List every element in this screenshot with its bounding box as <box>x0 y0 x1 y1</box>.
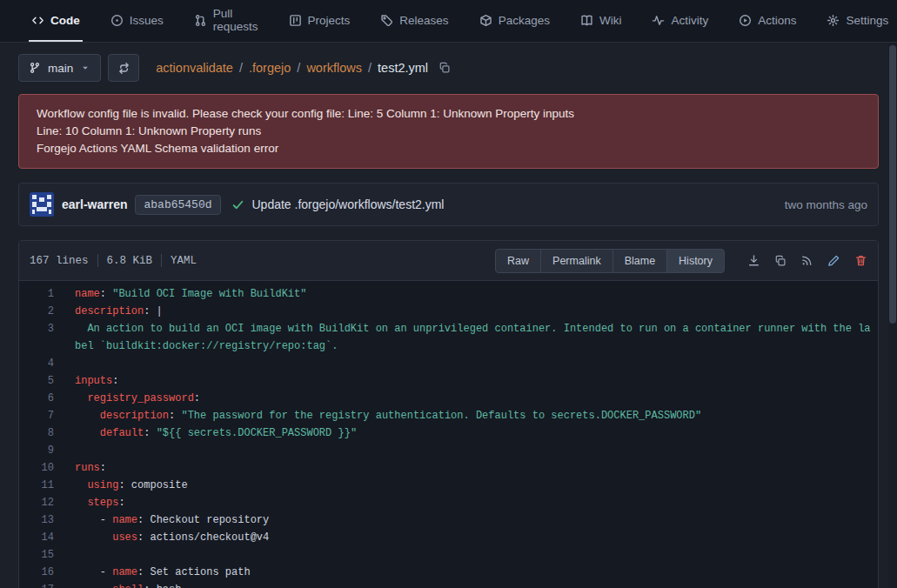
nav-label: Code <box>50 14 80 27</box>
code-line: 6 registry_password: <box>19 390 878 407</box>
commit-author[interactable]: earl-warren <box>62 197 127 211</box>
file-header: 167 lines6.8 KiBYAML RawPermalinkBlameHi… <box>19 241 878 281</box>
projects-icon <box>289 14 302 27</box>
line-content: name: "Build OCI Image with BuildKit" <box>75 285 878 303</box>
commit-status-check-icon[interactable] <box>231 198 244 211</box>
nav-label: Pull requests <box>213 7 258 33</box>
code-line: 9 <box>19 442 878 459</box>
code-line: 1name: "Build OCI Image with BuildKit" <box>19 285 878 303</box>
breadcrumb-separator: / <box>297 61 300 75</box>
code-line: 13 - name: Checkout repository <box>19 511 878 529</box>
branch-name: main <box>48 62 73 75</box>
breadcrumb-segment--forgejo[interactable]: .forgejo <box>249 61 291 75</box>
file-meta-item: YAML <box>171 255 197 267</box>
meta-divider <box>161 254 162 267</box>
line-number[interactable]: 1 <box>19 285 54 303</box>
code-line: 11 using: composite <box>19 477 878 494</box>
file-meta: 167 lines6.8 KiBYAML <box>30 254 197 267</box>
file-path-toolbar: main actionvalidate/.forgejo/workflows/t… <box>18 54 879 82</box>
nav-label: Projects <box>308 14 351 27</box>
nav-label: Issues <box>130 14 164 27</box>
line-content: inputs: <box>75 372 878 390</box>
scrollbar-thumb[interactable] <box>889 45 896 324</box>
caret-down-icon <box>80 63 90 73</box>
repo-settings-tab: Settings <box>824 0 891 42</box>
line-number[interactable]: 2 <box>19 303 54 320</box>
breadcrumb-segment-test2-yml: test2.yml <box>378 61 428 75</box>
line-number[interactable]: 8 <box>19 424 54 442</box>
pulse-icon <box>652 14 665 27</box>
line-number[interactable]: 6 <box>19 390 54 407</box>
nav-label: Packages <box>499 14 550 27</box>
meta-divider <box>97 254 98 267</box>
nav-item-activity[interactable]: Activity <box>649 0 711 42</box>
line-number[interactable]: 3 <box>19 320 54 337</box>
line-number[interactable]: 15 <box>19 546 54 564</box>
line-number[interactable]: 17 <box>19 581 54 588</box>
trash-icon[interactable] <box>854 254 867 267</box>
line-number[interactable]: 11 <box>19 477 54 494</box>
line-content: - name: Checkout repository <box>75 511 878 529</box>
nav-item-settings[interactable]: Settings <box>824 0 891 42</box>
code-line: 12 steps: <box>19 494 878 511</box>
nav-item-wiki[interactable]: Wiki <box>578 0 625 42</box>
file-action-icons <box>747 254 867 267</box>
nav-item-pull-requests[interactable]: Pull requests <box>191 0 261 42</box>
compare-button[interactable] <box>108 54 139 82</box>
line-number[interactable]: 9 <box>19 442 54 459</box>
breadcrumb: actionvalidate/.forgejo/workflows/test2.… <box>156 61 451 75</box>
code-line: 16 - name: Set actions path <box>19 564 878 581</box>
branch-selector[interactable]: main <box>18 54 101 82</box>
line-number[interactable]: 12 <box>19 494 54 511</box>
line-content: description: | <box>75 303 878 320</box>
download-icon[interactable] <box>747 254 760 267</box>
avatar[interactable] <box>30 192 54 217</box>
history-button[interactable]: History <box>666 249 725 273</box>
breadcrumb-separator: / <box>368 61 372 75</box>
book-icon <box>580 14 593 27</box>
nav-item-packages[interactable]: Packages <box>477 0 552 42</box>
line-content: steps: <box>75 494 878 511</box>
commit-sha[interactable]: abab65450d <box>135 195 220 215</box>
nav-item-releases[interactable]: Releases <box>378 0 451 42</box>
line-number[interactable]: 10 <box>19 459 54 477</box>
issue-icon <box>110 14 124 27</box>
breadcrumb-segment-workflows[interactable]: workflows <box>306 61 362 75</box>
page-scrollbar[interactable] <box>888 43 897 588</box>
pencil-icon[interactable] <box>827 254 840 267</box>
line-number[interactable]: 7 <box>19 407 54 424</box>
line-number[interactable]: 13 <box>19 511 54 529</box>
line-content: uses: actions/checkout@v4 <box>75 529 878 546</box>
raw-button[interactable]: Raw <box>495 249 541 273</box>
compare-icon <box>117 62 131 75</box>
line-number[interactable]: 5 <box>19 372 54 390</box>
blame-button[interactable]: Blame <box>613 249 667 273</box>
error-banner: Workflow config file is invalid. Please … <box>18 94 879 169</box>
rss-icon[interactable] <box>800 254 813 267</box>
nav-label: Activity <box>671 14 708 27</box>
commit-message[interactable]: Update .forgejo/workflows/test2.yml <box>252 197 445 211</box>
code-line: 4 <box>19 355 878 372</box>
line-number[interactable]: 4 <box>19 355 54 372</box>
copy-path-icon[interactable] <box>438 62 451 74</box>
nav-label: Settings <box>846 14 888 27</box>
copy-icon[interactable] <box>774 255 787 267</box>
code-line: 3 An action to build an OCI image with B… <box>19 320 878 355</box>
nav-item-issues[interactable]: Issues <box>108 0 166 42</box>
line-number[interactable]: 14 <box>19 529 54 546</box>
code-line: 14 uses: actions/checkout@v4 <box>19 529 878 546</box>
nav-label: Releases <box>399 14 448 27</box>
nav-item-projects[interactable]: Projects <box>286 0 353 42</box>
nav-label: Wiki <box>599 14 622 27</box>
code-line: 17 shell: bash <box>19 581 878 588</box>
permalink-button[interactable]: Permalink <box>540 249 613 273</box>
error-banner-line: Line: 10 Column 1: Unknown Property runs <box>37 123 860 140</box>
line-number[interactable]: 16 <box>19 564 54 581</box>
line-content: description: "The password for the regis… <box>75 407 878 424</box>
file-viewer: 167 lines6.8 KiBYAML RawPermalinkBlameHi… <box>18 240 879 588</box>
nav-item-code[interactable]: Code <box>29 0 83 42</box>
nav-item-actions[interactable]: Actions <box>736 0 799 42</box>
breadcrumb-segment-actionvalidate[interactable]: actionvalidate <box>156 61 233 75</box>
repo-tabs: CodeIssuesPull requestsProjectsReleasesP… <box>29 0 824 42</box>
play-circle-icon <box>739 14 752 27</box>
